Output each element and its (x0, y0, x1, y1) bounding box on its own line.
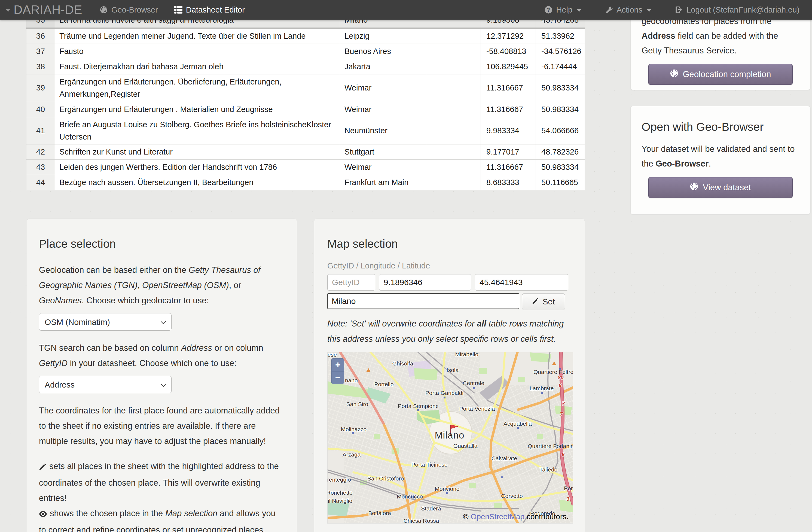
table-list-icon (174, 6, 183, 14)
address-cell[interactable]: Leipzig (340, 28, 426, 44)
latitude-cell[interactable]: 50.983334 (536, 160, 585, 175)
svg-text:?: ? (547, 7, 550, 13)
longitude-cell[interactable]: 11.316667 (481, 102, 536, 117)
road-number-label: 7 (560, 411, 563, 417)
table-row: 43 Leiden des jungen Werthers. Edition d… (26, 160, 585, 175)
title-cell[interactable]: Briefe an Augusta Louise zu Stolberg. Go… (55, 117, 340, 144)
nav-item-geo-browser[interactable]: Geo-Browser (100, 5, 158, 14)
latitude-cell[interactable]: -34.576126 (536, 44, 585, 59)
title-cell[interactable]: Faust. Diterjemakhan dari bahasa Jerman … (55, 59, 340, 74)
title-cell[interactable]: Leiden des jungen Werthers. Edition der … (55, 160, 340, 175)
longitude-cell[interactable]: 11.316667 (481, 74, 536, 102)
gettyid-cell[interactable] (426, 102, 481, 117)
map-place-label: nano (345, 377, 358, 383)
latitude-cell[interactable]: -6.174444 (536, 59, 585, 74)
map-place-label: Mirabello (455, 352, 478, 357)
latitude-cell[interactable]: 51.33962 (536, 28, 585, 44)
longitude-cell[interactable]: 9.983334 (481, 117, 536, 144)
gettyid-cell[interactable] (426, 144, 481, 160)
map-tiles: MirabelloGhisolfaIsolaCentraleQuartiere … (328, 352, 573, 523)
geolocator-select-wrap: OSM (Nominatim) (39, 313, 172, 331)
button-label: View dataset (703, 183, 751, 192)
gettyid-cell[interactable] (426, 59, 481, 74)
map-place-label: Morivione (435, 486, 459, 492)
longitude-cell[interactable]: 11.316667 (481, 160, 536, 175)
row-number-cell[interactable]: 40 (26, 102, 55, 117)
brand-caret-icon[interactable] (6, 9, 10, 12)
map-canvas[interactable]: MirabelloGhisolfaIsolaCentraleQuartiere … (327, 352, 573, 523)
geobrowser-card-text: Your dataset will be validated and sent … (641, 142, 799, 171)
latitude-cell[interactable]: 54.066666 (536, 117, 585, 144)
row-number-cell[interactable]: 43 (26, 160, 55, 175)
road-number-label: 8 (559, 382, 562, 388)
title-cell[interactable]: Bezüge nach aussen. Übersetzungen II, Be… (55, 175, 340, 190)
button-label: Set (542, 297, 555, 306)
address-row: Set (327, 293, 571, 310)
gettyid-cell[interactable] (426, 160, 481, 175)
geolocator-select[interactable]: OSM (Nominatim) (39, 313, 171, 330)
longitude-cell[interactable]: -58.408813 (481, 44, 536, 59)
actions-menu[interactable]: Actions (605, 5, 651, 14)
map-place-label: Acquabella (504, 421, 532, 427)
nav-item-datasheet-editor[interactable]: Datasheet Editor (174, 5, 245, 14)
latitude-input[interactable] (475, 274, 568, 291)
address-cell[interactable]: Frankfurt am Main (340, 175, 426, 190)
search-column-select[interactable]: Address (39, 376, 171, 393)
address-cell[interactable]: Buenos Aires (340, 44, 426, 59)
address-input[interactable] (327, 293, 519, 309)
brand-logo[interactable]: DARIAH-DE (14, 3, 82, 17)
address-cell[interactable]: Jakarta (340, 59, 426, 74)
gettyid-cell[interactable] (426, 28, 481, 44)
longitude-cell[interactable]: 8.683333 (481, 175, 536, 190)
title-cell[interactable]: Ergänzungen und Erläuterungen . Material… (55, 102, 340, 117)
latitude-cell[interactable]: 50.983334 (536, 102, 585, 117)
table-row: 39 Ergänzungen und Erläuterungen. Überli… (26, 74, 585, 102)
address-cell[interactable]: Weimar (340, 160, 426, 175)
latitude-cell[interactable]: 50.116665 (536, 175, 585, 190)
row-number-cell[interactable]: 44 (26, 175, 55, 190)
view-dataset-button[interactable]: View dataset (648, 177, 793, 198)
row-number-cell[interactable]: 42 (26, 144, 55, 160)
openstreetmap-link[interactable]: OpenStreetMap (470, 513, 524, 521)
address-cell[interactable]: Weimar (340, 102, 426, 117)
zoom-in-button[interactable]: + (332, 359, 344, 371)
map-place-label: Ronchetto (328, 489, 353, 496)
gettyid-cell[interactable] (426, 44, 481, 59)
zoom-out-button[interactable]: − (332, 371, 344, 384)
longitude-cell[interactable]: 9.177017 (481, 144, 536, 160)
longitude-input[interactable] (379, 274, 471, 291)
panel-title: Place selection (39, 237, 285, 251)
title-cell[interactable]: Schriften zur Kunst und Literatur (55, 144, 340, 160)
row-number-cell[interactable]: 38 (26, 59, 55, 74)
address-cell[interactable]: Weimar (340, 74, 426, 102)
title-cell[interactable]: Ergänzungen und Erläuterungen. Überliefe… (55, 74, 340, 102)
latitude-cell[interactable]: 50.983334 (536, 74, 585, 102)
datasheet-table: 35 La forma delle nuvole e altri saggi d… (26, 12, 585, 190)
row-number-cell[interactable]: 39 (26, 74, 55, 102)
gettyid-input[interactable] (327, 274, 375, 291)
help-menu[interactable]: ? Help (544, 5, 581, 14)
map-place-label: ul Naviglio (328, 498, 352, 504)
row-number-cell[interactable]: 37 (26, 44, 55, 59)
road-number-label: 3 (567, 496, 570, 502)
longitude-cell[interactable]: 12.371292 (481, 28, 536, 44)
geolocator-help-text: Geolocation can be based either on the G… (39, 263, 285, 308)
row-number-cell[interactable]: 41 (26, 117, 55, 144)
chevron-down-icon (647, 9, 651, 12)
title-cell[interactable]: Fausto (55, 44, 340, 59)
latitude-cell[interactable]: 48.782326 (536, 144, 585, 160)
place-selection-panel: Place selection Geolocation can be based… (27, 219, 297, 532)
address-cell[interactable]: Neumünster (340, 117, 426, 144)
logout-link[interactable]: Logout (StefanFunk@dariah.eu) (675, 5, 799, 14)
gettyid-cell[interactable] (426, 74, 481, 102)
geolocation-completion-button[interactable]: Geolocation completion (648, 64, 793, 85)
map-place-label: Pont (564, 485, 573, 491)
row-number-cell[interactable]: 36 (26, 28, 55, 44)
map-place-label: Porta Venezia (459, 406, 495, 412)
gettyid-cell[interactable] (426, 175, 481, 190)
address-cell[interactable]: Stuttgart (340, 144, 426, 160)
set-coordinates-button[interactable]: Set (522, 293, 565, 310)
longitude-cell[interactable]: 106.829445 (481, 59, 536, 74)
title-cell[interactable]: Träume und Legenden meiner Jugend. Texte… (55, 28, 340, 44)
gettyid-cell[interactable] (426, 117, 481, 144)
